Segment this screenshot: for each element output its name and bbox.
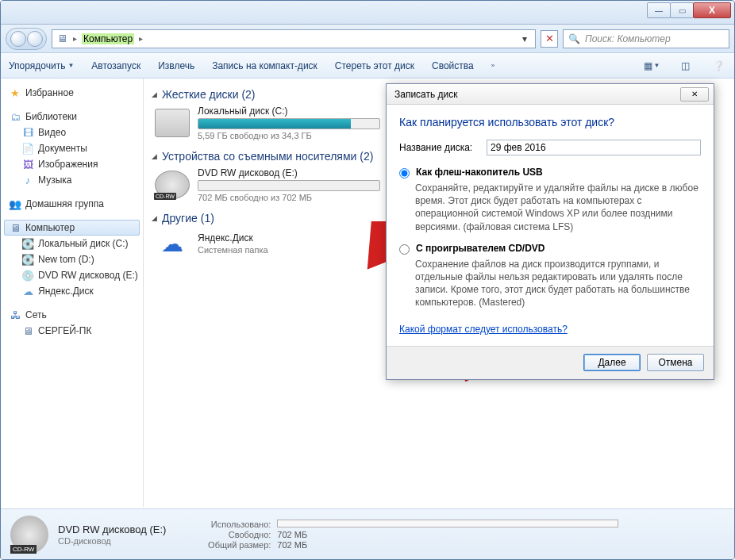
libraries-icon: 🗂 (9, 110, 21, 123)
sidebar-videos[interactable]: 🎞Видео (4, 125, 140, 140)
sidebar-sergey-pk[interactable]: 🖥СЕРГЕЙ-ПК (4, 323, 140, 339)
autoplay-button[interactable]: Автозапуск (91, 60, 140, 71)
dialog-question: Как планируется использовать этот диск? (399, 116, 701, 128)
option-cd-dvd[interactable]: С проигрывателем CD/DVD (399, 243, 701, 255)
sidebar-dvd-rw-e[interactable]: 💿DVD RW дисковод (E:) (4, 267, 140, 283)
back-icon[interactable] (10, 31, 26, 47)
pictures-icon: 🖼 (21, 158, 34, 171)
cloud-icon: ☁ (21, 285, 34, 297)
sidebar-local-disk-c[interactable]: 💽Локальный диск (C:) (4, 236, 140, 251)
preview-pane-icon[interactable]: ◫ (677, 58, 693, 74)
drive-sub: 702 МБ свободно из 702 МБ (198, 193, 380, 202)
sidebar-music[interactable]: ♪Музыка (4, 172, 140, 188)
address-dropdown-icon[interactable]: ▾ (518, 33, 532, 44)
drive-title: DVD RW дисковод (E:) (198, 167, 380, 178)
command-toolbar: Упорядочить▼ Автозапуск Извлечь Запись н… (1, 53, 734, 79)
search-icon: 🔍 (568, 33, 580, 44)
details-pane: CD-RW DVD RW дисковод (E:) CD-дисковод И… (1, 508, 734, 559)
option-cddvd-desc: Сохранение файлов на диск производится г… (415, 258, 701, 309)
erase-button[interactable]: Стереть этот диск (335, 60, 414, 71)
breadcrumb-sep-icon: ▸ (139, 34, 143, 43)
dvd-icon: 💿 (21, 269, 34, 282)
next-button[interactable]: Далее (583, 354, 641, 371)
drive-title: Локальный диск (C:) (198, 105, 380, 117)
search-input[interactable]: 🔍 Поиск: Компьютер (563, 29, 729, 48)
maximize-button[interactable]: ▭ (670, 2, 694, 18)
nav-back-forward[interactable] (6, 28, 47, 50)
computer-icon: 🖥 (9, 221, 21, 234)
total-label: Общий размер: (191, 540, 271, 550)
breadcrumb-computer[interactable]: Компьютер (82, 33, 134, 44)
sidebar-documents[interactable]: 📄Документы (4, 140, 140, 156)
address-bar[interactable]: 🖥 ▸ Компьютер ▸ ▾ (52, 29, 536, 48)
homegroup-icon: 👥 (9, 198, 21, 210)
disc-name-label: Название диска: (399, 142, 479, 153)
total-value: 702 МБ (277, 540, 307, 550)
radio-cddvd[interactable] (399, 244, 410, 255)
sidebar-libraries[interactable]: 🗂Библиотеки (4, 109, 140, 125)
view-options-icon[interactable]: ▦▼ (644, 58, 660, 74)
dvd-icon: CD-RW (10, 516, 48, 554)
used-label: Использовано: (191, 520, 271, 529)
more-menu[interactable]: » (491, 62, 494, 69)
hdd-icon (155, 109, 190, 137)
disk-icon: 💽 (21, 237, 34, 250)
status-sub: CD-дисковод (58, 536, 166, 546)
capacity-bar (198, 118, 380, 129)
sidebar-yandex-disk[interactable]: ☁Яндекс.Диск (4, 283, 140, 299)
music-icon: ♪ (21, 174, 34, 186)
option-usb-flash[interactable]: Как флеш-накопитель USB (399, 167, 701, 178)
disk-icon: 💽 (21, 253, 34, 266)
format-help-link[interactable]: Какой формат следует использовать? (399, 324, 568, 335)
search-placeholder: Поиск: Компьютер (585, 33, 671, 44)
sidebar-favorites[interactable]: ★Избранное (4, 85, 140, 101)
close-button[interactable]: X (693, 2, 731, 18)
document-icon: 📄 (21, 142, 34, 155)
sidebar-new-tom-d[interactable]: 💽New tom (D:) (4, 251, 140, 267)
option-usb-desc: Сохраняйте, редактируйте и удаляйте файл… (415, 182, 701, 233)
video-icon: 🎞 (21, 126, 34, 139)
drive-sub: 5,59 ГБ свободно из 34,3 ГБ (198, 131, 380, 140)
help-icon[interactable]: ❔ (710, 58, 726, 74)
sidebar-homegroup[interactable]: 👥Домашняя группа (4, 196, 140, 212)
radio-usb[interactable] (399, 168, 410, 178)
breadcrumb-sep-icon: ▸ (73, 34, 77, 43)
navigation-sidebar: ★Избранное 🗂Библиотеки 🎞Видео 📄Документы… (1, 79, 144, 507)
stop-refresh-button[interactable]: ✕ (541, 30, 558, 48)
free-label: Свободно: (191, 530, 271, 539)
minimize-button[interactable]: — (647, 2, 671, 18)
free-value: 702 МБ (277, 530, 307, 539)
dialog-title: Записать диск (394, 89, 458, 100)
computer-icon: 🖥 (56, 33, 68, 45)
organize-menu[interactable]: Упорядочить▼ (9, 60, 74, 71)
window-titlebar: — ▭ X (1, 1, 734, 25)
sidebar-network[interactable]: 🖧Сеть (4, 307, 140, 323)
sidebar-pictures[interactable]: 🖼Изображения (4, 156, 140, 172)
properties-button[interactable]: Свойства (432, 60, 474, 71)
burn-button[interactable]: Запись на компакт-диск (212, 60, 317, 71)
used-bar (277, 520, 618, 527)
disc-name-input[interactable] (487, 140, 701, 155)
dialog-titlebar[interactable]: Записать диск ✕ (387, 84, 714, 105)
sidebar-computer[interactable]: 🖥Компьютер (4, 220, 140, 236)
dvd-icon: CD-RW (155, 171, 190, 199)
cancel-button[interactable]: Отмена (647, 354, 704, 371)
star-icon: ★ (9, 86, 21, 99)
network-icon: 🖧 (9, 309, 21, 321)
address-row: 🖥 ▸ Компьютер ▸ ▾ ✕ 🔍 Поиск: Компьютер (1, 25, 734, 53)
drive-sub: Системная папка (198, 245, 268, 255)
capacity-bar (198, 180, 380, 191)
dialog-close-button[interactable]: ✕ (680, 87, 709, 102)
cloud-icon: ☁ (155, 229, 190, 258)
forward-icon[interactable] (27, 31, 43, 47)
status-title: DVD RW дисковод (E:) (58, 524, 166, 535)
drive-title: Яндекс.Диск (198, 232, 268, 244)
pc-icon: 🖥 (21, 324, 34, 337)
burn-disc-dialog: Записать диск ✕ Как планируется использо… (386, 83, 714, 380)
eject-button[interactable]: Извлечь (158, 60, 194, 71)
